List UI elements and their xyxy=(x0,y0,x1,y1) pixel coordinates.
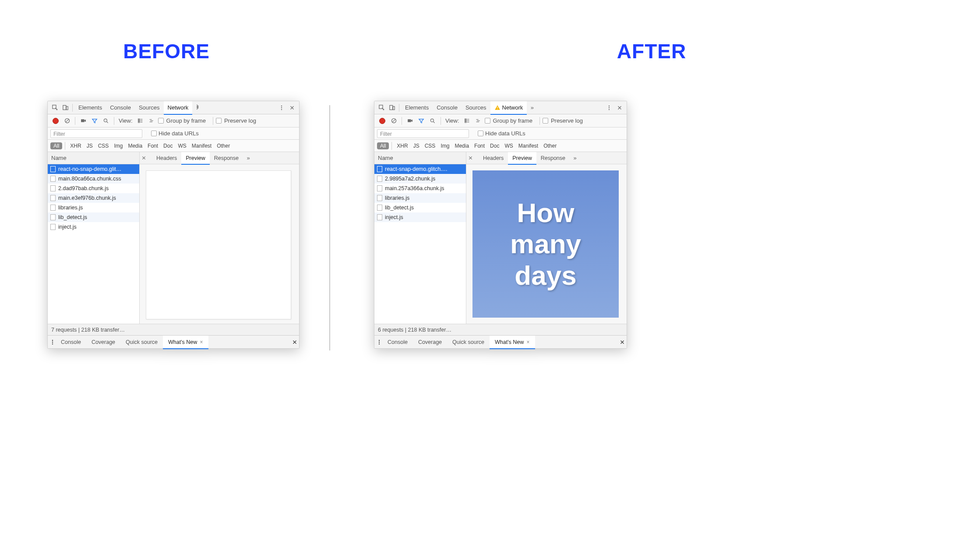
type-img[interactable]: Img xyxy=(438,143,451,149)
tab-headers[interactable]: Headers xyxy=(479,152,508,164)
close-details-icon[interactable] xyxy=(468,156,479,160)
type-ws[interactable]: WS xyxy=(502,143,515,149)
type-js[interactable]: JS xyxy=(411,143,422,149)
type-other[interactable]: Other xyxy=(541,143,559,149)
camera-icon[interactable] xyxy=(405,116,415,126)
filter-input[interactable]: Filter xyxy=(377,129,469,138)
type-xhr[interactable]: XHR xyxy=(395,143,410,149)
request-row[interactable]: 2.9895a7a2.chunk.js xyxy=(374,174,466,184)
close-tab-icon[interactable]: × xyxy=(526,339,529,345)
type-css[interactable]: CSS xyxy=(96,143,111,149)
name-column-header[interactable]: Name xyxy=(48,152,139,164)
request-row[interactable]: libraries.js xyxy=(374,193,466,203)
search-icon[interactable] xyxy=(427,116,438,126)
overview-icon[interactable] xyxy=(473,116,484,126)
request-row[interactable]: lib_detect.js xyxy=(374,203,466,212)
tab-headers[interactable]: Headers xyxy=(152,152,181,164)
close-tab-icon[interactable]: × xyxy=(200,339,203,345)
more-detail-tabs-icon[interactable]: » xyxy=(570,155,580,161)
filter-icon[interactable] xyxy=(416,116,427,126)
request-row[interactable]: main.257a366a.chunk.js xyxy=(374,184,466,193)
device-toolbar-icon[interactable] xyxy=(60,103,71,113)
drawer-tab-console[interactable]: Console xyxy=(56,336,86,349)
tab-sources[interactable]: Sources xyxy=(135,101,164,114)
tab-elements[interactable]: Elements xyxy=(74,101,106,114)
request-row[interactable]: inject.js xyxy=(374,212,466,222)
clear-icon[interactable] xyxy=(62,116,72,126)
type-other[interactable]: Other xyxy=(215,143,232,149)
tab-sources[interactable]: Sources xyxy=(462,101,490,114)
request-row[interactable]: 2.dad97bab.chunk.js xyxy=(48,184,139,193)
tab-preview[interactable]: Preview xyxy=(181,152,209,164)
request-row[interactable]: react-snap-demo.glitch.… xyxy=(374,164,466,174)
type-media[interactable]: Media xyxy=(126,143,145,149)
drawer-tab-coverage[interactable]: Coverage xyxy=(413,336,447,349)
request-row[interactable]: main.e3ef976b.chunk.js xyxy=(48,193,139,203)
drawer-tab-console[interactable]: Console xyxy=(382,336,413,349)
group-by-frame-checkbox[interactable] xyxy=(158,118,164,124)
close-details-icon[interactable] xyxy=(141,156,152,160)
tab-network[interactable]: Network xyxy=(490,101,527,114)
drawer-menu-icon[interactable] xyxy=(49,339,56,345)
record-button[interactable] xyxy=(50,116,61,126)
hide-data-urls-checkbox[interactable] xyxy=(478,131,483,136)
tab-console[interactable]: Console xyxy=(106,101,135,114)
hide-data-urls-checkbox[interactable] xyxy=(151,131,157,136)
close-icon[interactable] xyxy=(614,103,625,113)
name-column-header[interactable]: Name xyxy=(374,152,466,164)
type-xhr[interactable]: XHR xyxy=(68,143,83,149)
drawer-tab-whats-new[interactable]: What's New× xyxy=(490,336,535,349)
clear-icon[interactable] xyxy=(388,116,399,126)
type-ws[interactable]: WS xyxy=(176,143,188,149)
more-tabs-icon[interactable] xyxy=(192,103,203,113)
type-doc[interactable]: Doc xyxy=(488,143,501,149)
tab-network[interactable]: Network xyxy=(164,101,193,114)
settings-icon[interactable] xyxy=(276,103,287,113)
camera-icon[interactable] xyxy=(78,116,88,126)
tab-response[interactable]: Response xyxy=(536,152,570,164)
search-icon[interactable] xyxy=(101,116,111,126)
large-rows-icon[interactable] xyxy=(135,116,146,126)
preserve-log-checkbox[interactable] xyxy=(543,118,548,124)
request-row[interactable]: libraries.js xyxy=(48,203,139,212)
close-icon[interactable] xyxy=(287,103,297,113)
device-toolbar-icon[interactable] xyxy=(387,103,397,113)
close-drawer-icon[interactable] xyxy=(620,340,625,345)
request-row[interactable]: react-no-snap-demo.glit… xyxy=(48,164,139,174)
drawer-menu-icon[interactable] xyxy=(376,339,382,345)
overview-icon[interactable] xyxy=(147,116,157,126)
type-font[interactable]: Font xyxy=(145,143,160,149)
type-manifest[interactable]: Manifest xyxy=(190,143,214,149)
type-all[interactable]: All xyxy=(377,142,389,149)
type-doc[interactable]: Doc xyxy=(161,143,175,149)
type-js[interactable]: JS xyxy=(85,143,95,149)
settings-icon[interactable] xyxy=(604,103,614,113)
preserve-log-checkbox[interactable] xyxy=(216,118,222,124)
type-font[interactable]: Font xyxy=(472,143,487,149)
more-tabs-icon[interactable]: » xyxy=(527,103,537,113)
filter-input[interactable]: Filter xyxy=(50,129,142,138)
inspect-icon[interactable] xyxy=(376,103,387,113)
tab-response[interactable]: Response xyxy=(210,152,243,164)
request-row[interactable]: main.80ca66ca.chunk.css xyxy=(48,174,139,184)
drawer-tab-whats-new[interactable]: What's New× xyxy=(163,336,208,349)
tab-console[interactable]: Console xyxy=(433,101,462,114)
drawer-tab-coverage[interactable]: Coverage xyxy=(86,336,120,349)
group-by-frame-checkbox[interactable] xyxy=(485,118,490,124)
filter-icon[interactable] xyxy=(89,116,100,126)
tab-preview[interactable]: Preview xyxy=(508,152,536,164)
drawer-tab-quick-source[interactable]: Quick source xyxy=(447,336,490,349)
request-row[interactable]: lib_detect.js xyxy=(48,212,139,222)
type-css[interactable]: CSS xyxy=(423,143,438,149)
type-img[interactable]: Img xyxy=(112,143,125,149)
inspect-icon[interactable] xyxy=(49,103,60,113)
type-media[interactable]: Media xyxy=(452,143,471,149)
type-all[interactable]: All xyxy=(50,142,62,149)
large-rows-icon[interactable] xyxy=(462,116,472,126)
request-row[interactable]: inject.js xyxy=(48,222,139,232)
more-detail-tabs-icon[interactable]: » xyxy=(243,155,254,161)
record-button[interactable] xyxy=(377,116,388,126)
tab-elements[interactable]: Elements xyxy=(401,101,433,114)
type-manifest[interactable]: Manifest xyxy=(516,143,540,149)
drawer-tab-quick-source[interactable]: Quick source xyxy=(120,336,163,349)
